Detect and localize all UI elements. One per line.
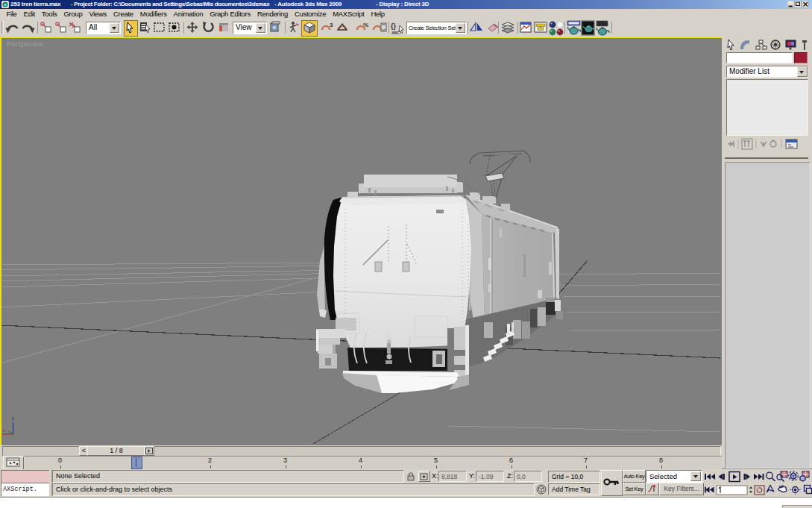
svg-text:z: z: [12, 416, 14, 421]
svg-text:{}: {}: [391, 22, 397, 30]
svg-text:ABC: ABC: [391, 31, 400, 35]
svg-text:x: x: [3, 427, 6, 433]
svg-text:3: 3: [330, 22, 333, 28]
svg-text:%: %: [363, 22, 368, 28]
